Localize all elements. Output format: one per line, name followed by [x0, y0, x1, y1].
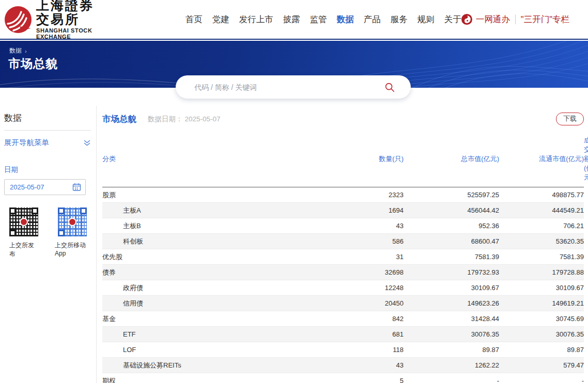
date-picker [4, 179, 86, 195]
table-row: 债券32698179732.93179728.881066.03 [102, 265, 584, 280]
sse-logo-subtitle: SHANGHAI STOCK EXCHANGE [36, 27, 99, 40]
category-cell: 债券 [102, 265, 317, 280]
table-row: 基金84231428.4430745.691896.93 [102, 311, 584, 327]
value-cell: 30109.67 [499, 280, 584, 296]
date-input[interactable] [10, 183, 72, 191]
category-cell: 主板A [102, 203, 317, 218]
sse-logo-dot [68, 218, 76, 226]
value-cell: 12248 [317, 280, 404, 296]
data-date-label: 数据日期： [148, 115, 183, 123]
sse-logo[interactable]: 上海證券交易所 SHANGHAI STOCK EXCHANGE [4, 0, 99, 40]
value-cell: 30076.35 [404, 327, 499, 342]
value-cell: - [499, 373, 584, 383]
table-row: 基础设施公募REITs431262.22579.473.89 [102, 358, 584, 373]
value-cell: 30076.35 [499, 327, 584, 342]
value-cell: 31428.44 [404, 311, 499, 327]
sidebar: 数据 展开导航菜单 日期 [0, 106, 97, 383]
table-row: 主板A1694456044.42444549.214845.39 [102, 203, 584, 218]
search-icon[interactable] [383, 81, 396, 94]
search-bar [176, 75, 411, 99]
value-cell: 43 [317, 218, 404, 234]
value-cell: 842 [317, 311, 404, 327]
page: 上海證券交易所 SHANGHAI STOCK EXCHANGE 首页党建发行上市… [0, 0, 588, 383]
sse-logo-title: 上海證券交易所 [36, 0, 99, 26]
column-header-3: 流通市值(亿元) [499, 131, 584, 187]
nav-item-1[interactable]: 党建 [212, 14, 229, 25]
nav-item-2[interactable]: 发行上市 [239, 14, 273, 25]
sidebar-section-title: 数据 [4, 112, 90, 124]
search-input[interactable] [194, 83, 383, 91]
table-row: 信用债20450149623.26149619.21875.55 [102, 296, 584, 311]
table-row: 优先股317581.397581.390.06 [102, 249, 584, 265]
value-cell: 32698 [317, 265, 404, 280]
value-cell: 89.87 [499, 342, 584, 358]
qr-code-app: 上交所移动App [55, 208, 90, 259]
category-cell: 期权 [102, 373, 317, 383]
breadcrumb-chevron-icon: › [25, 48, 27, 54]
qr-label: 上交所移动App [55, 241, 90, 257]
nav-item-8[interactable]: 规则 [417, 14, 435, 25]
value-cell: 579.47 [499, 358, 584, 373]
table-row: 期权5--20.67 [102, 373, 584, 383]
calendar-icon[interactable] [72, 183, 85, 191]
table-row: 股票2323525597.25498875.775960.07 [102, 187, 584, 203]
chevron-double-down-icon [83, 139, 91, 147]
sankaimen-link[interactable]: "三开门"专栏 [521, 14, 569, 25]
value-cell: 706.21 [499, 218, 584, 234]
site-header: 上海證券交易所 SHANGHAI STOCK EXCHANGE 首页党建发行上市… [0, 0, 588, 40]
sse-logo-dot [20, 218, 28, 226]
yiwangtongban-link[interactable]: 一网通办 [476, 14, 510, 25]
expand-nav-menu[interactable]: 展开导航菜单 [4, 138, 91, 148]
qr-label: 上交所发布 [9, 241, 38, 259]
category-cell: 股票 [102, 187, 317, 203]
value-cell: 586 [317, 234, 404, 249]
divider [4, 130, 91, 131]
column-header-0: 分类 [102, 131, 317, 187]
page-title: 市场总貌 [8, 56, 58, 72]
value-cell: 1262.22 [404, 358, 499, 373]
nav-item-5[interactable]: 数据 [337, 14, 354, 25]
nav-item-7[interactable]: 服务 [391, 14, 408, 25]
download-button[interactable]: 下载 [556, 113, 584, 125]
value-cell: 68600.47 [404, 234, 499, 249]
nav-item-3[interactable]: 披露 [283, 14, 300, 25]
expand-nav-menu-label: 展开导航菜单 [4, 138, 49, 148]
sse-logo-icon [4, 6, 32, 34]
main-content: 市场总貌 数据日期：2025-05-07 下载 分类数量(只)总市值(亿元)流通… [97, 106, 588, 383]
value-cell: 149623.26 [404, 296, 499, 311]
breadcrumb: 数据 › [9, 46, 27, 55]
column-header-1: 数量(只) [317, 131, 404, 187]
column-header-2: 总市值(亿元) [404, 131, 499, 187]
value-cell: 952.36 [404, 218, 499, 234]
main-nav: 首页党建发行上市披露监管数据产品服务规则关于 [185, 14, 461, 25]
value-cell: 89.87 [404, 342, 499, 358]
value-cell: 179728.88 [499, 265, 584, 280]
value-cell: 2323 [317, 187, 404, 203]
table-header-row: 分类数量(只)总市值(亿元)流通市值(亿元)成交额(亿元) [102, 131, 584, 187]
value-cell: 681 [317, 327, 404, 342]
nav-item-4[interactable]: 监管 [310, 14, 327, 25]
nav-item-9[interactable]: 关于 [444, 14, 461, 25]
qr-image [58, 208, 87, 236]
nav-item-0[interactable]: 首页 [185, 14, 203, 25]
value-cell: - [404, 373, 499, 383]
category-cell: ETF [102, 327, 317, 342]
value-cell: 20450 [317, 296, 404, 311]
nav-item-6[interactable]: 产品 [364, 14, 381, 25]
category-cell: 优先股 [102, 249, 317, 265]
value-cell: 456044.42 [404, 203, 499, 218]
value-cell: 1694 [317, 203, 404, 218]
value-cell: 30745.69 [499, 311, 584, 327]
qr-codes: 上交所发布 上交所移动App [9, 208, 90, 259]
value-cell: 7581.39 [404, 249, 499, 265]
category-cell: 基金 [102, 311, 317, 327]
sse-logo-text: 上海證券交易所 SHANGHAI STOCK EXCHANGE [36, 0, 99, 40]
value-cell: 43 [317, 358, 404, 373]
value-cell: 31 [317, 249, 404, 265]
value-cell: 118 [317, 342, 404, 358]
value-cell: 5 [317, 373, 404, 383]
breadcrumb-item-data[interactable]: 数据 [9, 46, 22, 55]
value-cell: 7581.39 [499, 249, 584, 265]
category-cell: 基础设施公募REITs [102, 358, 317, 373]
value-cell: 149619.21 [499, 296, 584, 311]
